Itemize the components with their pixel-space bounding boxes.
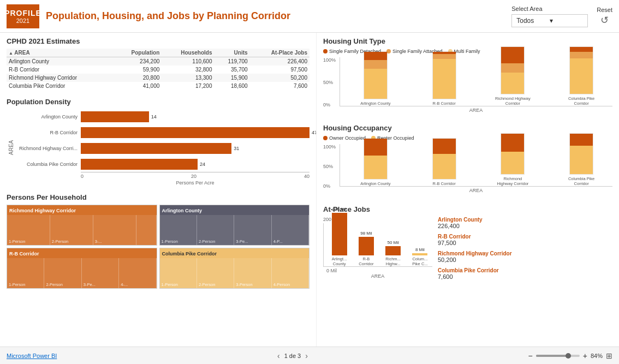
table-cell: 41,000 bbox=[114, 82, 162, 90]
bar-track: 24 bbox=[81, 159, 310, 170]
stacked-segment bbox=[364, 156, 387, 179]
cphd-title: CPHD 2021 Estimates bbox=[7, 37, 310, 45]
occ-y-axis: 100% 50% 0% bbox=[323, 144, 340, 199]
pph-tile: R-B Corridor 1-Person 2-Person 3-Pe... 4… bbox=[7, 248, 157, 289]
fit-page-icon[interactable]: ⊞ bbox=[606, 351, 612, 360]
page-indicator: 1 de 3 bbox=[284, 353, 301, 359]
stacked-segment bbox=[364, 52, 387, 60]
table-cell: 7,600 bbox=[250, 82, 310, 90]
pop-density-x-label: Persons Per Acre bbox=[81, 180, 310, 186]
pph-cell: 4-Person bbox=[272, 258, 309, 288]
table-row[interactable]: Richmond Highway Corridor20,80013,30015,… bbox=[7, 74, 310, 82]
legend-dot bbox=[323, 49, 328, 53]
page-title: Population, Housing, and Jobs by Plannin… bbox=[46, 10, 511, 22]
bar-label: Richmond Highway Corri... bbox=[15, 146, 81, 151]
bar-track: 14 bbox=[81, 111, 310, 122]
pop-density-chart: AREA Arlington County 14 R-B Corridor 47… bbox=[7, 109, 310, 186]
next-page-button[interactable]: › bbox=[305, 351, 308, 360]
job-bar-group: 226 Mil Arlingt...County bbox=[327, 207, 352, 266]
col-households: Households bbox=[162, 49, 214, 57]
pph-tile-header: Arlington County bbox=[160, 205, 310, 215]
stacked-bar-label: RichmondHighway Corridor bbox=[497, 176, 528, 186]
occ-y-50: 50% bbox=[323, 164, 340, 169]
stacked-segment bbox=[433, 54, 456, 59]
job-legend-item: Arlington County 226,400 bbox=[438, 217, 612, 229]
job-bar-group: 8 Mil Colum...Pike C... bbox=[408, 247, 432, 266]
stacked-bar-label: R-B Corridor bbox=[433, 101, 456, 106]
pph-cell-label: 2-Person bbox=[52, 239, 91, 244]
zoom-minus-button[interactable]: − bbox=[528, 351, 533, 360]
pph-title: Persons Per Household bbox=[7, 193, 310, 201]
bar-track: 31 bbox=[81, 143, 310, 154]
table-cell: 97,500 bbox=[250, 65, 310, 74]
table-cell: Arlington County bbox=[7, 57, 114, 66]
select-area-label: Select Area bbox=[511, 5, 542, 12]
zoom-slider-thumb[interactable] bbox=[566, 353, 571, 359]
pph-cell: 1-Person bbox=[160, 258, 197, 288]
legend-dot bbox=[323, 136, 328, 140]
stacked-segment bbox=[364, 69, 387, 99]
stacked-segment bbox=[501, 152, 524, 174]
table-cell: 50,200 bbox=[250, 74, 310, 82]
reset-icon[interactable]: ↺ bbox=[600, 14, 609, 26]
right-panel: Housing Unit Type Single Family Detached… bbox=[317, 33, 619, 347]
stacked-bar-label: Columbia PikeCorridor bbox=[568, 96, 594, 106]
job-legend-value: 97,500 bbox=[438, 240, 612, 246]
stacked-bar-label: Arlington County bbox=[360, 181, 390, 186]
reset-label: Reset bbox=[597, 7, 612, 13]
logo-year: 2021 bbox=[16, 17, 29, 24]
hut-bars: Arlington County R-B Corridor Richmond H… bbox=[340, 57, 612, 106]
zoom-slider[interactable] bbox=[536, 355, 580, 357]
pph-tile: Richmond Highway Corridor 1-Person 2-Per… bbox=[7, 205, 157, 246]
job-bar bbox=[332, 213, 347, 255]
stacked-bar-label: R-B Corridor bbox=[433, 181, 456, 186]
job-legend-item: R-B Corridor 97,500 bbox=[438, 234, 612, 246]
stacked-segment bbox=[433, 139, 456, 154]
table-cell: 20,800 bbox=[114, 74, 162, 82]
bar-chart-inner: Arlington County 14 R-B Corridor 47 Rich… bbox=[15, 109, 310, 186]
stacked-bar-group: Arlington County bbox=[344, 138, 407, 186]
pph-cell-label: 2-Person bbox=[199, 282, 232, 287]
table-cell: 35,700 bbox=[214, 65, 249, 74]
jobs-title: At-Place Jobs bbox=[323, 205, 612, 213]
table-row[interactable]: Arlington County234,200110,600119,700226… bbox=[7, 57, 310, 66]
pph-tile-header: Richmond Highway Corridor bbox=[7, 205, 157, 215]
power-bi-link[interactable]: Microsoft Power BI bbox=[7, 353, 57, 359]
pph-tile: Arlington County 1-Person 2-Person 3-Pe.… bbox=[159, 205, 310, 246]
bar-label: R-B Corridor bbox=[15, 130, 81, 135]
zoom-plus-button[interactable]: + bbox=[583, 351, 587, 360]
bar-label: Arlington County bbox=[15, 114, 81, 120]
stacked-bar bbox=[364, 138, 388, 180]
occ-x-title: AREA bbox=[340, 188, 612, 193]
job-bar-label: Richm...Highw... bbox=[385, 256, 401, 266]
col-units: Units bbox=[214, 49, 249, 57]
job-bar bbox=[385, 246, 401, 255]
table-cell: 15,900 bbox=[214, 74, 249, 82]
stacked-segment bbox=[433, 59, 456, 99]
pph-grid: Richmond Highway Corridor 1-Person 2-Per… bbox=[7, 205, 310, 289]
jobs-chart-area: 200 Mil 226 Mil Arlingt...County 98 Mil … bbox=[323, 217, 432, 284]
x-tick-0: 0 bbox=[81, 174, 84, 179]
pph-cell: 2-Person bbox=[44, 258, 81, 288]
pph-cell: 2-Person bbox=[197, 258, 234, 288]
stacked-segment bbox=[570, 47, 593, 52]
pph-cell-label: 2-Person bbox=[46, 282, 79, 287]
pph-cell: 1-Person bbox=[160, 215, 197, 245]
content: CPHD 2021 Estimates ▲ AREA Population Ho… bbox=[0, 33, 619, 347]
table-row[interactable]: R-B Corridor59,90032,80035,70097,500 bbox=[7, 65, 310, 74]
table-cell: Columbia Pike Corridor bbox=[7, 82, 114, 90]
pph-tile-title: Arlington County bbox=[162, 208, 203, 213]
stacked-bar bbox=[569, 46, 593, 94]
area-dropdown[interactable]: Todos ▾ bbox=[511, 14, 588, 27]
prev-page-button[interactable]: ‹ bbox=[277, 351, 280, 360]
pph-tile-body: 1-Person 2-Person 3-Person 4-Person bbox=[160, 258, 310, 288]
bar-fill bbox=[81, 159, 198, 170]
stacked-bar-label: Richmond HighwayCorridor bbox=[495, 96, 531, 106]
cphd-table: ▲ AREA Population Households Units At-Pl… bbox=[7, 49, 310, 90]
pagination: ‹ 1 de 3 › bbox=[277, 351, 308, 360]
zoom-slider-fill bbox=[536, 355, 567, 357]
stacked-bar bbox=[569, 133, 593, 175]
table-row[interactable]: Columbia Pike Corridor41,00017,20018,600… bbox=[7, 82, 310, 90]
job-bar bbox=[412, 253, 427, 255]
logo-profile: PROFILE bbox=[4, 9, 41, 17]
